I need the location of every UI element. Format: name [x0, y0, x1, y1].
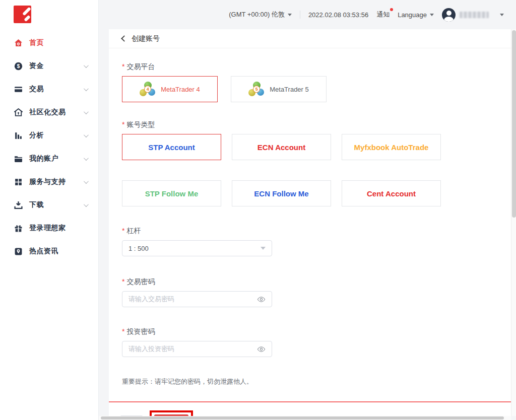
sidebar-menu: 首页 $ 资金 交易 社区化交易 分析	[0, 31, 98, 263]
sidebar-item-label: 登录理想家	[29, 224, 87, 233]
sidebar-item-label: 我的账户	[29, 154, 81, 163]
required-asterisk: *	[122, 327, 124, 335]
required-asterisk: *	[122, 277, 124, 286]
sidebar-item-home[interactable]: 首页	[0, 31, 98, 54]
caret-down-icon	[261, 247, 266, 250]
back-icon[interactable]	[121, 35, 127, 42]
platform-mt5-button[interactable]: 5 MetaTrader 5	[231, 76, 327, 102]
required-asterisk: *	[122, 120, 124, 128]
topbar: (GMT +00:00) 伦敦 2022.02.08 03:53:56 通知 L…	[99, 0, 516, 29]
sidebar-item-label: 分析	[29, 131, 81, 140]
leverage-field-label: *杠杆	[122, 227, 498, 236]
sidebar-item-label: 社区化交易	[29, 108, 81, 117]
user-menu[interactable]	[442, 8, 489, 22]
datetime-display: 2022.02.08 03:53:56	[308, 11, 368, 19]
horizontal-scrollbar[interactable]	[99, 416, 511, 420]
chevron-down-icon	[84, 132, 89, 137]
vertical-scrollbar-thumb[interactable]	[512, 30, 516, 218]
eye-icon[interactable]	[257, 345, 266, 354]
leverage-value: 1 : 500	[128, 245, 149, 252]
page-title: 创建账号	[132, 34, 160, 43]
chevron-down-icon	[84, 63, 89, 68]
invest-password-field-label: *投资密码	[122, 327, 498, 336]
account-type-myfxbook-button[interactable]: Myfxbook AutoTrade	[342, 134, 441, 160]
required-asterisk: *	[122, 227, 124, 235]
sidebar-item-label: 资金	[29, 61, 81, 71]
topbar-divider	[300, 11, 300, 19]
sidebar-item-login-ideal[interactable]: 登录理想家	[0, 217, 98, 240]
trade-password-placeholder: 请输入交易密码	[128, 295, 174, 304]
main-content: 创建账号 *交易平台 4 MetaTrader 4 5	[99, 29, 516, 420]
card-header: 创建账号	[109, 29, 511, 48]
sidebar-item-community-trading[interactable]: 社区化交易	[0, 101, 98, 124]
user-menu-caret[interactable]	[497, 14, 504, 16]
trade-password-field[interactable]: 请输入交易密码	[122, 291, 272, 307]
trade-password-field-label: *交易密码	[122, 277, 498, 287]
notifications-label: 通知	[376, 10, 390, 19]
metatrader5-icon: 5	[248, 82, 265, 97]
sidebar-item-service-support[interactable]: 服务与支持	[0, 170, 98, 193]
timezone-label: (GMT +00:00) 伦敦	[229, 10, 285, 19]
platform-options: 4 MetaTrader 4 5 MetaTrader 5	[122, 76, 498, 102]
account-type-ecn-follow-button[interactable]: ECN Follow Me	[232, 180, 331, 206]
account-type-row-1: STP Account ECN Account Myfxbook AutoTra…	[122, 134, 498, 160]
dollar-icon: $	[14, 62, 23, 71]
platform-field-label: *交易平台	[122, 62, 498, 72]
location-pin-icon	[14, 247, 23, 256]
folder-icon	[14, 155, 23, 163]
create-account-form: *交易平台 4 MetaTrader 4 5 MetaTrader 5	[109, 48, 511, 386]
timezone-selector[interactable]: (GMT +00:00) 伦敦	[229, 10, 292, 19]
sidebar-item-label: 首页	[29, 38, 87, 47]
sidebar: 首页 $ 资金 交易 社区化交易 分析	[0, 0, 99, 420]
sidebar-item-trade[interactable]: 交易	[0, 78, 98, 101]
notification-badge-dot	[390, 8, 393, 11]
brand-logo-icon[interactable]	[14, 6, 31, 23]
sidebar-item-download[interactable]: 下载	[0, 193, 98, 217]
platform-mt4-button[interactable]: 4 MetaTrader 4	[122, 76, 218, 102]
notifications-button[interactable]: 通知	[376, 10, 390, 19]
leverage-select[interactable]: 1 : 500	[122, 240, 272, 256]
sidebar-item-analysis[interactable]: 分析	[0, 124, 98, 147]
platform-label: MetaTrader 5	[270, 86, 309, 93]
password-notice: 重要提示：请牢记您的密码，切勿泄露他人。	[122, 377, 498, 386]
platform-label: MetaTrader 4	[161, 86, 200, 93]
account-type-row-2: STP Follow Me ECN Follow Me Cent Account	[122, 180, 498, 206]
caret-down-icon	[288, 14, 292, 16]
chevron-down-icon	[84, 179, 89, 184]
community-house-icon	[14, 108, 23, 117]
account-type-field-label: *账号类型	[122, 120, 498, 129]
account-type-stp-button[interactable]: STP Account	[122, 134, 221, 160]
sidebar-item-label: 交易	[29, 85, 81, 94]
invest-password-field[interactable]: 请输入投资密码	[122, 341, 272, 357]
language-selector[interactable]: Language	[398, 11, 434, 19]
sidebar-item-label: 下载	[29, 200, 81, 209]
create-account-card: 创建账号 *交易平台 4 MetaTrader 4 5	[109, 29, 511, 420]
gift-icon	[14, 224, 23, 233]
home-icon	[14, 39, 23, 47]
bar-chart-icon	[14, 131, 23, 140]
chevron-down-icon	[84, 109, 89, 114]
chevron-down-icon	[84, 156, 89, 161]
datetime-label: 2022.02.08 03:53:56	[308, 11, 368, 19]
account-type-stp-follow-button[interactable]: STP Follow Me	[122, 180, 221, 206]
vertical-scrollbar[interactable]	[511, 29, 516, 416]
sidebar-item-hot-news[interactable]: 热点资讯	[0, 240, 98, 263]
svg-text:$: $	[17, 63, 20, 69]
account-type-ecn-button[interactable]: ECN Account	[232, 134, 331, 160]
eye-icon[interactable]	[257, 295, 266, 304]
grid-icon	[14, 178, 23, 186]
required-asterisk: *	[122, 62, 124, 71]
card-icon	[14, 85, 23, 94]
sidebar-item-my-account[interactable]: 我的账户	[0, 147, 98, 170]
caret-down-icon	[430, 14, 434, 16]
metatrader4-icon: 4	[140, 82, 156, 97]
sidebar-item-label: 服务与支持	[29, 177, 81, 186]
username-redacted	[460, 12, 489, 18]
account-type-cent-button[interactable]: Cent Account	[342, 180, 441, 206]
chevron-down-icon	[84, 86, 89, 91]
download-icon	[14, 201, 23, 209]
horizontal-scrollbar-thumb[interactable]	[101, 416, 504, 419]
sidebar-item-funds[interactable]: $ 资金	[0, 54, 98, 78]
invest-password-placeholder: 请输入投资密码	[128, 344, 174, 354]
sidebar-item-label: 热点资讯	[29, 247, 87, 256]
